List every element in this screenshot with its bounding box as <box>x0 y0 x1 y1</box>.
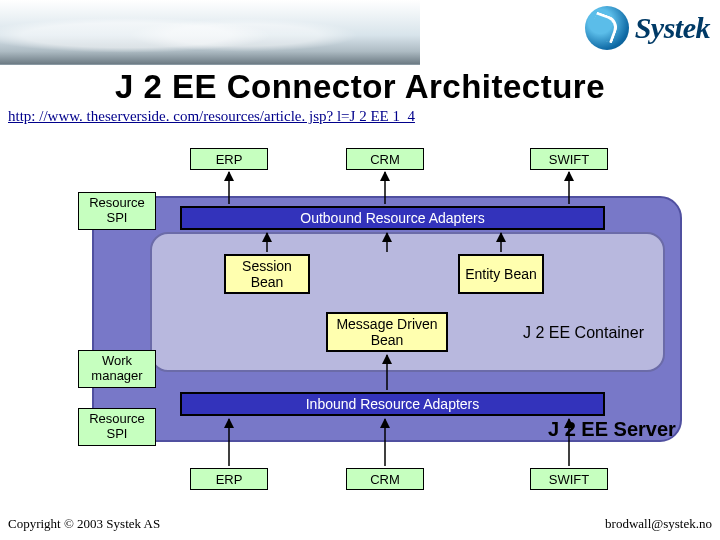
label: Message Driven Bean <box>328 316 446 348</box>
label-j2ee-server: J 2 EE Server <box>548 418 676 441</box>
page-title: J 2 EE Connector Architecture <box>0 68 720 106</box>
label-j2ee-container: J 2 EE Container <box>523 324 644 342</box>
bean-mdb: Message Driven Bean <box>326 312 448 352</box>
node-swift-bottom: SWIFT <box>530 468 608 490</box>
node-work-manager: Work manager <box>78 350 156 388</box>
node-erp-bottom: ERP <box>190 468 268 490</box>
footer-email: brodwall@systek.no <box>605 516 712 532</box>
label: Resource SPI <box>79 196 155 226</box>
logo-text: Systek <box>635 11 710 45</box>
source-url-link[interactable]: http: //www. theserverside. com/resource… <box>8 108 415 125</box>
node-swift-top: SWIFT <box>530 148 608 170</box>
logo-globe-icon <box>585 6 629 50</box>
logo: Systek <box>585 6 710 50</box>
node-crm-top: CRM <box>346 148 424 170</box>
node-erp-top: ERP <box>190 148 268 170</box>
label: Entity Bean <box>465 266 537 282</box>
bar-inbound-adapters: Inbound Resource Adapters <box>180 392 605 416</box>
label: CRM <box>370 152 400 167</box>
bean-session: Session Bean <box>224 254 310 294</box>
slide: Systek J 2 EE Connector Architecture htt… <box>0 0 720 540</box>
bar-outbound-adapters: Outbound Resource Adapters <box>180 206 605 230</box>
copyright: Copyright © 2003 Systek AS <box>8 516 160 532</box>
label: Resource SPI <box>79 412 155 442</box>
node-crm-bottom: CRM <box>346 468 424 490</box>
label: Session Bean <box>226 258 308 290</box>
label: SWIFT <box>549 152 589 167</box>
label: SWIFT <box>549 472 589 487</box>
label: CRM <box>370 472 400 487</box>
top-banner: Systek <box>0 0 720 65</box>
label: Outbound Resource Adapters <box>300 210 484 226</box>
label: Work manager <box>79 354 155 384</box>
node-resource-spi-bottom: Resource SPI <box>78 408 156 446</box>
node-resource-spi-top: Resource SPI <box>78 192 156 230</box>
label: ERP <box>216 472 243 487</box>
label: ERP <box>216 152 243 167</box>
bean-entity: Entity Bean <box>458 254 544 294</box>
banner-illustration <box>0 0 420 65</box>
label: Inbound Resource Adapters <box>306 396 480 412</box>
